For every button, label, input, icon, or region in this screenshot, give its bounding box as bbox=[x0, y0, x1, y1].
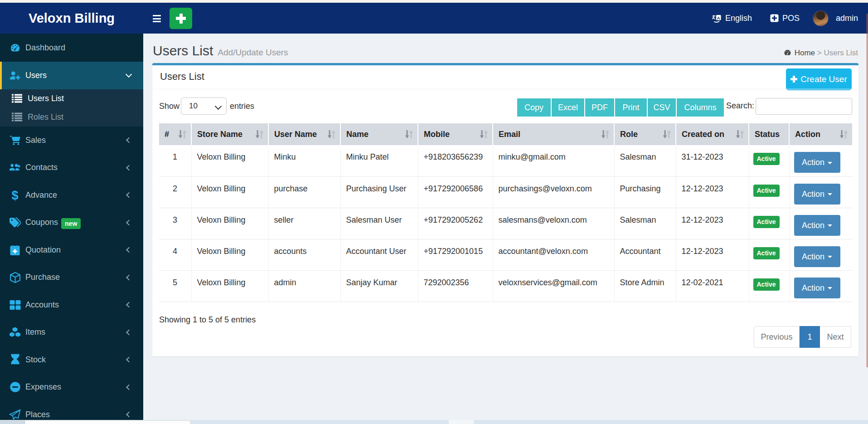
svg-text:$: $ bbox=[11, 189, 18, 202]
svg-text:A: A bbox=[717, 15, 720, 20]
